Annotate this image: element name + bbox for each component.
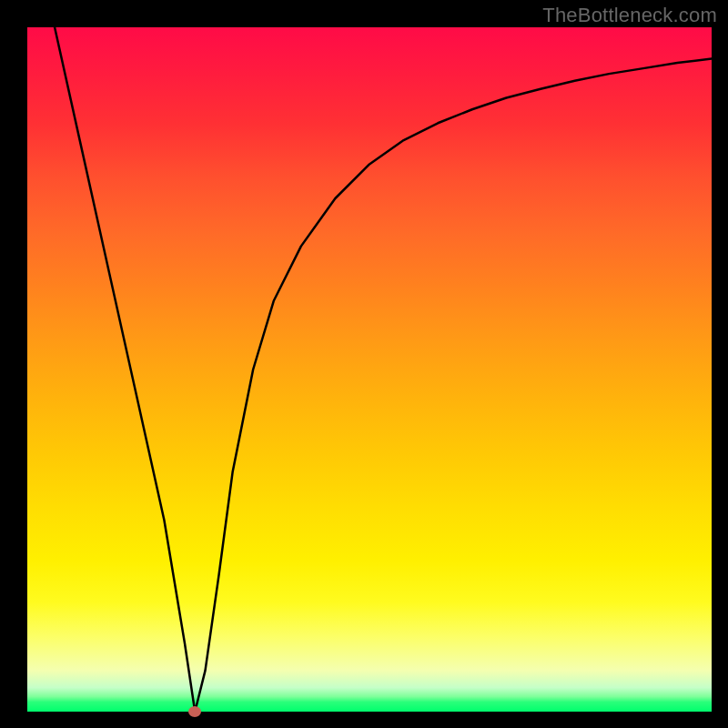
chart-container: TheBottleneck.com [0,0,728,728]
plot-area [27,27,712,712]
curve-svg [27,27,712,712]
minimum-marker [188,706,201,717]
bottleneck-curve [55,27,712,712]
watermark-text: TheBottleneck.com [542,4,717,27]
